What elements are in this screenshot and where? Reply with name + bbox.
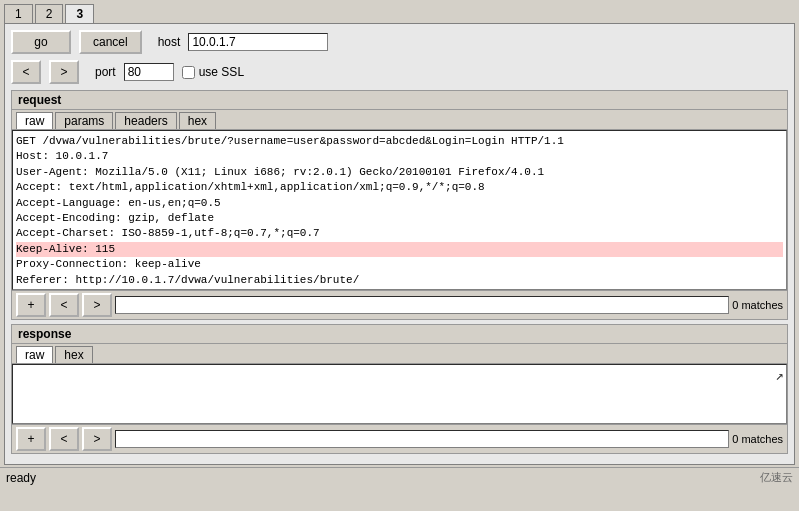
response-matches: 0 matches xyxy=(732,433,783,445)
port-input[interactable] xyxy=(124,63,174,81)
status-bar: ready 亿速云 xyxy=(0,467,799,487)
response-tab-bar: raw hex xyxy=(12,344,787,364)
request-section: request raw params headers hex GET /dvwa… xyxy=(11,90,788,320)
request-add-button[interactable]: + xyxy=(16,293,46,317)
request-text-area[interactable]: GET /dvwa/vulnerabilities/brute/?usernam… xyxy=(12,130,787,290)
request-tab-hex[interactable]: hex xyxy=(179,112,216,129)
main-content: go cancel host < > port use SSL request … xyxy=(4,23,795,465)
host-label: host xyxy=(158,35,181,49)
response-section: response raw hex ↗ + < > 0 matches xyxy=(11,324,788,454)
request-title: request xyxy=(12,91,787,110)
forward-button[interactable]: > xyxy=(49,60,79,84)
request-matches: 0 matches xyxy=(732,299,783,311)
request-content: GET /dvwa/vulnerabilities/brute/?usernam… xyxy=(12,130,787,290)
response-search-bar: + < > 0 matches xyxy=(12,424,787,453)
request-next-button[interactable]: > xyxy=(82,293,112,317)
response-text-area[interactable]: ↗ xyxy=(12,364,787,424)
controls-row-1: go cancel host xyxy=(11,30,788,54)
tab-1[interactable]: 1 xyxy=(4,4,33,23)
tab-3[interactable]: 3 xyxy=(65,4,94,23)
use-ssl-text: use SSL xyxy=(199,65,244,79)
arrow-icon: ↗ xyxy=(776,367,784,384)
response-add-button[interactable]: + xyxy=(16,427,46,451)
request-tab-raw[interactable]: raw xyxy=(16,112,53,129)
request-search-input[interactable] xyxy=(115,296,729,314)
response-content: ↗ xyxy=(12,364,787,424)
response-title: response xyxy=(12,325,787,344)
status-text: ready xyxy=(6,471,36,485)
request-search-bar: + < > 0 matches xyxy=(12,290,787,319)
watermark: 亿速云 xyxy=(760,470,793,485)
port-label: port xyxy=(95,65,116,79)
back-button[interactable]: < xyxy=(11,60,41,84)
use-ssl-label[interactable]: use SSL xyxy=(182,65,244,79)
response-tab-raw[interactable]: raw xyxy=(16,346,53,363)
cancel-button[interactable]: cancel xyxy=(79,30,142,54)
response-search-input[interactable] xyxy=(115,430,729,448)
request-tab-bar: raw params headers hex xyxy=(12,110,787,130)
go-button[interactable]: go xyxy=(11,30,71,54)
response-tab-hex[interactable]: hex xyxy=(55,346,92,363)
host-input[interactable] xyxy=(188,33,328,51)
request-prev-button[interactable]: < xyxy=(49,293,79,317)
request-tab-headers[interactable]: headers xyxy=(115,112,176,129)
request-tab-params[interactable]: params xyxy=(55,112,113,129)
tab-bar: 1 2 3 xyxy=(0,0,799,23)
use-ssl-checkbox[interactable] xyxy=(182,66,195,79)
response-next-button[interactable]: > xyxy=(82,427,112,451)
response-prev-button[interactable]: < xyxy=(49,427,79,451)
controls-row-2: < > port use SSL xyxy=(11,60,788,84)
tab-2[interactable]: 2 xyxy=(35,4,64,23)
